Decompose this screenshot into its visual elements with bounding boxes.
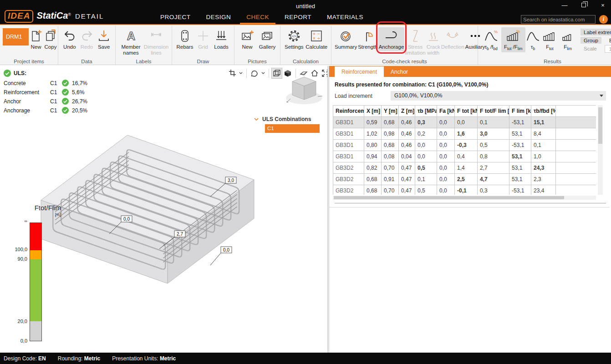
table-cell[interactable]: 0,46 bbox=[399, 117, 415, 128]
rebars-button[interactable]: Rebars bbox=[175, 27, 195, 51]
table-cell[interactable]: 2,3 bbox=[531, 174, 556, 185]
ftot-flim-result-button[interactable]: % Ftot /Flim bbox=[501, 27, 525, 52]
column-header[interactable]: F lim [kN] bbox=[509, 106, 531, 117]
table-cell[interactable]: 0,80 bbox=[364, 140, 382, 151]
settings-button[interactable]: </> Settings bbox=[283, 27, 305, 51]
strength-button[interactable]: Strength bbox=[357, 27, 378, 51]
table-cell[interactable]: 53,1 bbox=[509, 174, 531, 185]
new-picture-button[interactable]: New bbox=[237, 27, 257, 51]
table-cell[interactable]: 0,5 bbox=[415, 185, 437, 195]
table-cell[interactable]: 2,7 bbox=[478, 162, 509, 174]
table-cell[interactable]: 0,47 bbox=[399, 162, 415, 174]
crack-width-button[interactable]: Crack width bbox=[426, 27, 441, 56]
table-cell[interactable]: 1,02 bbox=[364, 128, 382, 140]
table-cell[interactable]: 1,4 bbox=[455, 162, 478, 174]
save-button[interactable]: Save bbox=[95, 27, 112, 51]
table-cell[interactable]: 0,0 bbox=[437, 185, 455, 195]
table-row[interactable]: GB3D20,680,910,470,10,02,54,753,12,3 bbox=[333, 174, 596, 185]
menu-project[interactable]: PROJECT bbox=[160, 14, 191, 24]
3d-viewport[interactable]: 3,0 0,0 2,7 0,0 ULS: Concrete C1 16,7% bbox=[0, 66, 327, 353]
table-cell[interactable]: 0,2 bbox=[415, 128, 437, 140]
help-button[interactable]: i bbox=[599, 15, 608, 24]
summary-button[interactable]: Summary bbox=[334, 27, 357, 51]
minimize-button[interactable]: — bbox=[560, 2, 569, 9]
table-cell[interactable]: 0,1 bbox=[531, 140, 556, 151]
column-header[interactable]: τb/fbd [%] bbox=[531, 106, 556, 117]
table-cell[interactable]: 0,3 bbox=[415, 117, 437, 128]
table-cell[interactable]: 0,0 bbox=[415, 151, 437, 162]
grid-button[interactable]: Grid bbox=[195, 27, 211, 51]
bar-toggle[interactable]: Bar bbox=[606, 37, 611, 44]
table-cell[interactable]: 0,59 bbox=[364, 117, 382, 128]
table-cell[interactable]: 0,8 bbox=[478, 151, 509, 162]
table-cell[interactable]: 0,70 bbox=[382, 185, 399, 195]
table-cell[interactable]: 4,7 bbox=[478, 174, 509, 185]
table-row[interactable]: GB3D10,800,680,460,00,0-0,30,5-53,10,1 bbox=[333, 140, 596, 151]
table-cell[interactable]: -53,1 bbox=[509, 185, 531, 195]
label-extreme-toggle[interactable]: Label extreme bbox=[580, 29, 611, 35]
crop-view-button[interactable] bbox=[227, 68, 238, 79]
wireframe-view-button[interactable] bbox=[271, 68, 282, 79]
table-cell[interactable]: 0,5 bbox=[478, 140, 509, 151]
gallery-button[interactable]: Gallery bbox=[257, 27, 277, 51]
table-cell[interactable]: -0,3 bbox=[455, 140, 478, 151]
close-button[interactable]: × bbox=[598, 2, 607, 9]
rotate-options-dropdown[interactable] bbox=[260, 68, 266, 79]
tab-reinforcement[interactable]: Reinforcement bbox=[335, 66, 384, 77]
column-header[interactable]: τb [MPa] bbox=[415, 106, 437, 117]
table-cell[interactable]: 0,3 bbox=[478, 185, 509, 195]
project-item-selector[interactable]: DRM1 bbox=[3, 28, 29, 46]
crop-options-dropdown[interactable] bbox=[238, 68, 244, 79]
table-cell[interactable]: 0,5 bbox=[415, 162, 437, 174]
table-cell[interactable]: GB3D1 bbox=[333, 117, 364, 128]
column-header[interactable]: Reinforcement bbox=[333, 106, 364, 117]
table-cell[interactable]: 53,1 bbox=[509, 151, 531, 162]
ftot-result-button[interactable]: Ftot bbox=[541, 27, 559, 52]
table-cell[interactable]: 0,47 bbox=[399, 185, 415, 195]
restore-button[interactable] bbox=[579, 2, 588, 9]
table-cell[interactable]: -53,1 bbox=[509, 117, 531, 128]
flim-result-button[interactable]: Flim bbox=[559, 27, 577, 52]
stress-limitation-button[interactable]: Stress limitation bbox=[404, 27, 426, 56]
new-project-item-button[interactable]: New bbox=[29, 27, 43, 51]
table-cell[interactable]: 0,68 bbox=[364, 185, 382, 195]
table-cell[interactable]: 0,91 bbox=[382, 174, 399, 185]
table-cell[interactable]: GB3D2 bbox=[333, 162, 364, 174]
table-cell[interactable]: 0,98 bbox=[382, 128, 399, 140]
table-vertical-scrollbar[interactable] bbox=[598, 105, 603, 195]
table-cell[interactable]: 0,0 bbox=[437, 140, 455, 151]
table-cell[interactable]: 0,68 bbox=[364, 174, 382, 185]
table-cell[interactable]: 0,1 bbox=[478, 117, 509, 128]
table-cell[interactable]: -53,1 bbox=[509, 140, 531, 151]
menu-materials[interactable]: MATERIALS bbox=[327, 14, 363, 24]
table-cell[interactable]: 0,0 bbox=[437, 162, 455, 174]
column-header[interactable]: F tot [kN] bbox=[455, 106, 478, 117]
table-cell[interactable]: 0,0 bbox=[437, 151, 455, 162]
column-header[interactable]: X [m] bbox=[364, 106, 382, 117]
column-header[interactable]: F tot/F lim [%] bbox=[478, 106, 509, 117]
table-cell[interactable]: 3,0 bbox=[478, 128, 509, 140]
table-row[interactable]: GB3D11,020,980,460,20,01,63,053,18,4 bbox=[333, 128, 596, 140]
table-row[interactable]: GB3D20,820,700,470,50,01,42,753,124,3 bbox=[333, 162, 596, 174]
table-cell[interactable]: 53,1 bbox=[509, 162, 531, 174]
tb-fbd-result-button[interactable]: % τb /fbd bbox=[481, 27, 501, 52]
deflection-button[interactable]: Deflection bbox=[441, 27, 465, 51]
redo-button[interactable]: Redo bbox=[78, 27, 96, 51]
table-cell[interactable]: 2,5 bbox=[455, 174, 478, 185]
table-cell[interactable]: 0,68 bbox=[382, 117, 399, 128]
search-input[interactable] bbox=[523, 17, 593, 22]
table-cell[interactable]: GB3D2 bbox=[333, 174, 364, 185]
table-row[interactable]: GB3D10,940,080,040,00,00,40,853,11,0 bbox=[333, 151, 596, 162]
table-cell[interactable]: 8,4 bbox=[531, 128, 556, 140]
group-toggle[interactable]: Group bbox=[580, 37, 601, 44]
table-cell[interactable]: 0,70 bbox=[382, 162, 399, 174]
table-cell[interactable]: 23,4 bbox=[531, 185, 556, 195]
table-cell[interactable]: GB3D2 bbox=[333, 185, 364, 195]
column-header[interactable]: Fa [kN] bbox=[437, 106, 455, 117]
scale-spinner[interactable]: 1,00 bbox=[605, 45, 611, 53]
copy-project-item-button[interactable]: Copy bbox=[43, 27, 58, 51]
table-cell[interactable]: 0,46 bbox=[399, 128, 415, 140]
table-cell[interactable]: 24,3 bbox=[531, 162, 556, 174]
navigation-cube[interactable] bbox=[281, 71, 327, 110]
column-header[interactable]: Y [m] bbox=[382, 106, 399, 117]
